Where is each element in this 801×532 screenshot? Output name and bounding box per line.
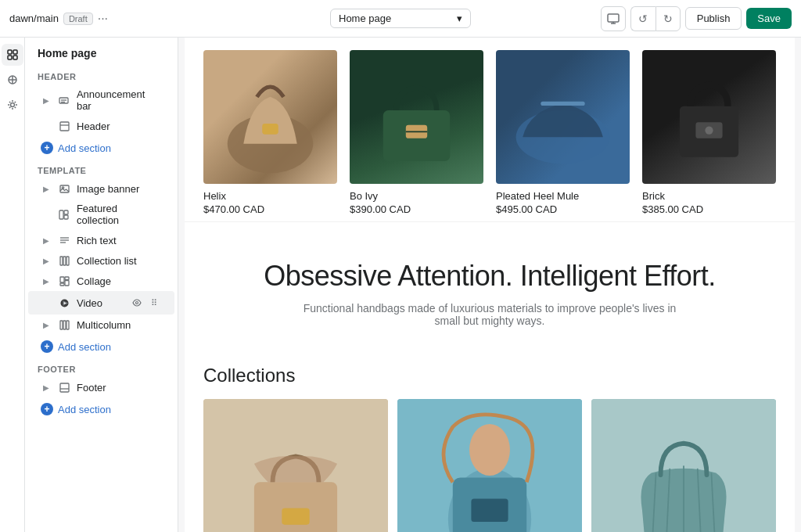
sidebar-item-multicolumn[interactable]: ▶ Multicolumn (28, 315, 174, 335)
rich-text-icon (58, 234, 70, 246)
product-price-brick: $385.00 CAD (642, 203, 776, 215)
plus-icon: + (41, 403, 53, 415)
add-section-template-label: Add section (58, 341, 111, 353)
svg-point-56 (469, 424, 510, 476)
sidebar-icon-strip (0, 38, 25, 532)
draft-badge: Draft (63, 13, 93, 25)
topbar-center: Home page ▾ (272, 9, 529, 28)
expand-icon: ▶ (41, 319, 52, 330)
product-price-mule: $495.00 CAD (496, 203, 630, 215)
add-section-template-button[interactable]: + Add section (28, 336, 174, 357)
apps-icon-button[interactable] (2, 69, 23, 91)
sidebar-item-image-banner[interactable]: ▶ Image banner (28, 178, 174, 199)
multicolumn-label: Multicolumn (77, 319, 131, 331)
image-banner-icon (58, 182, 70, 195)
sidebar-item-video[interactable]: ▶ Video ⠿ (28, 291, 174, 315)
product-image-helix (203, 50, 337, 184)
product-card-helix[interactable]: Helix $470.00 CAD (203, 50, 337, 215)
sidebar-item-collection-list[interactable]: ▶ Collection list (28, 250, 174, 271)
sidebar-item-collage[interactable]: ▶ Collage (28, 271, 174, 291)
announcement-icon (58, 94, 70, 106)
sections-icon-button[interactable] (2, 44, 23, 66)
svg-rect-27 (60, 277, 64, 282)
sidebar-item-announcement-bar[interactable]: ▶ Announcement bar (28, 84, 174, 116)
sidebar-item-footer[interactable]: ▶ Footer (28, 377, 174, 397)
expand-icon: ▶ (41, 255, 52, 266)
add-section-footer-label: Add section (58, 404, 111, 415)
redo-button[interactable]: ↻ (656, 6, 681, 31)
collections-heading: Collections (203, 365, 776, 386)
image-banner-label: Image banner (77, 183, 139, 195)
svg-rect-5 (8, 56, 12, 59)
product-name-helix: Helix (203, 190, 337, 202)
page-selector[interactable]: Home page ▾ (330, 9, 471, 28)
footer-label: Footer (77, 382, 106, 394)
expand-icon: ▶ (41, 183, 52, 194)
visibility-toggle-button[interactable] (129, 295, 145, 311)
svg-rect-37 (60, 383, 69, 392)
collection-card-shoulder[interactable]: Shoulder bags → (397, 399, 582, 532)
svg-rect-18 (59, 210, 63, 219)
product-image-mule (496, 50, 630, 184)
svg-rect-34 (60, 321, 63, 329)
svg-point-33 (136, 302, 138, 304)
svg-point-48 (705, 126, 713, 134)
drag-handle-button[interactable]: ⠿ (146, 295, 162, 311)
product-card-bo-ivy[interactable]: Bo Ivy $390.00 CAD (350, 50, 483, 215)
svg-rect-3 (8, 50, 12, 54)
expand-icon: ▶ (41, 235, 52, 246)
collection-list-icon (58, 254, 70, 267)
sidebar-panel: Home page HEADER ▶ Announcement bar ▶ (25, 38, 178, 532)
undo-button[interactable]: ↺ (630, 6, 656, 31)
svg-rect-55 (471, 499, 508, 523)
gear-icon (7, 99, 18, 110)
rich-text-label: Rich text (77, 235, 117, 246)
svg-rect-24 (60, 257, 63, 265)
svg-rect-6 (13, 56, 17, 59)
apps-icon (7, 74, 18, 85)
product-card-brick[interactable]: Brick $385.00 CAD (642, 50, 776, 215)
page-selector-label: Home page (339, 13, 391, 24)
sidebar-title: Home page (25, 38, 178, 66)
header-section-label: HEADER (25, 66, 178, 84)
device-preview-button[interactable] (601, 6, 626, 31)
topbar-left: dawn/main Draft ··· (9, 12, 266, 26)
product-row: Helix $470.00 CAD Bo Ivy $390.00 CAD (185, 38, 795, 221)
sidebar-item-featured-collection[interactable]: ▶ Featured collection (28, 199, 174, 230)
collection-card-mini[interactable]: Mini bags → (203, 399, 388, 532)
svg-rect-36 (66, 321, 69, 329)
topbar-right: ↺ ↻ Publish Save (535, 6, 792, 31)
canvas: Helix $470.00 CAD Bo Ivy $390.00 CAD (178, 38, 801, 532)
svg-rect-20 (64, 215, 68, 219)
product-image-brick (642, 50, 776, 184)
collection-list-label: Collection list (77, 255, 137, 267)
hero-subtitle: Functional handbags made of luxurious ma… (294, 302, 685, 327)
svg-rect-28 (65, 277, 69, 280)
add-section-footer-button[interactable]: + Add section (28, 399, 174, 419)
undo-redo-group: ↺ ↻ (630, 6, 681, 31)
collection-card-top[interactable]: Top handle bags → (591, 399, 776, 532)
sidebar-item-header[interactable]: ▶ Header (28, 116, 174, 136)
svg-point-10 (10, 103, 14, 107)
svg-rect-14 (60, 122, 69, 131)
settings-icon-button[interactable] (2, 94, 23, 116)
publish-button[interactable]: Publish (685, 7, 742, 30)
more-options-button[interactable]: ··· (98, 12, 108, 26)
expand-icon: ▶ (41, 275, 52, 286)
add-section-header-button[interactable]: + Add section (28, 138, 174, 158)
header-icon (58, 120, 70, 132)
announcement-bar-label: Announcement bar (77, 88, 162, 112)
product-price-helix: $470.00 CAD (203, 203, 337, 215)
branch-label: dawn/main (9, 13, 59, 24)
video-item-actions: ⠿ (129, 295, 162, 311)
collection-image-top (591, 399, 776, 532)
product-card-mule[interactable]: Pleated Heel Mule $495.00 CAD (496, 50, 630, 215)
save-button[interactable]: Save (746, 8, 792, 29)
template-section-label: TEMPLATE (25, 160, 178, 178)
video-label: Video (77, 297, 102, 309)
sidebar-item-rich-text[interactable]: ▶ Rich text (28, 230, 174, 250)
topbar: dawn/main Draft ··· Home page ▾ ↺ ↻ Publ… (0, 0, 801, 38)
product-name-mule: Pleated Heel Mule (496, 190, 630, 202)
svg-rect-40 (262, 124, 278, 135)
svg-rect-29 (65, 280, 69, 286)
